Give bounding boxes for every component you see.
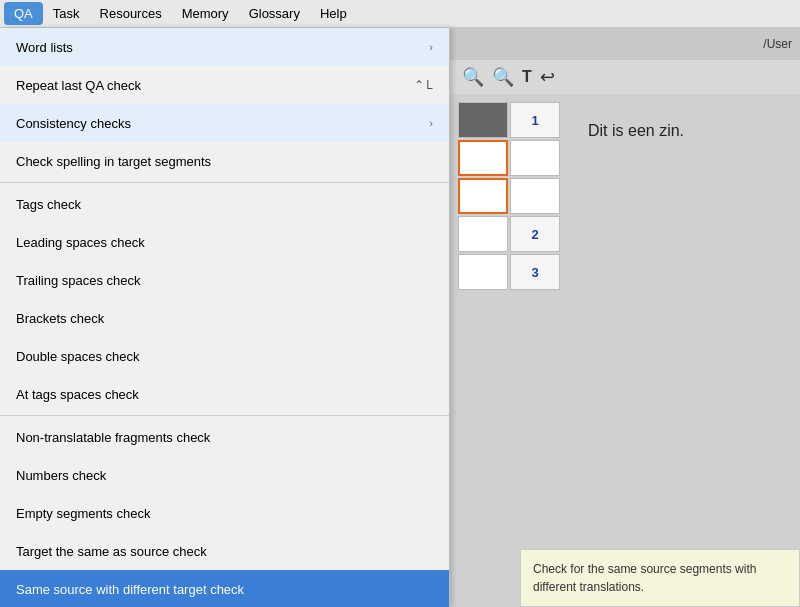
main-area: Word lists › Repeat last QA check ⌃ L Co… xyxy=(0,28,800,607)
dropdown-menu: Word lists › Repeat last QA check ⌃ L Co… xyxy=(0,28,450,607)
spelling-label: Check spelling in target segments xyxy=(16,154,211,169)
menu-item-consistency[interactable]: Consistency checks › xyxy=(0,104,449,142)
font-size-icon[interactable]: T xyxy=(522,68,532,86)
menu-item-target-same-source[interactable]: Target the same as source check xyxy=(0,532,449,570)
table-row-3 xyxy=(458,178,560,214)
target-same-source-label: Target the same as source check xyxy=(16,544,207,559)
menu-bar: QA Task Resources Memory Glossary Help xyxy=(0,0,800,28)
menu-item-glossary[interactable]: Glossary xyxy=(239,2,310,25)
menu-item-leading-spaces[interactable]: Leading spaces check xyxy=(0,223,449,261)
menu-item-repeat-qa[interactable]: Repeat last QA check ⌃ L xyxy=(0,66,449,104)
menu-item-brackets[interactable]: Brackets check xyxy=(0,299,449,337)
same-source-diff-target-label: Same source with different target check xyxy=(16,582,244,597)
at-tags-label: At tags spaces check xyxy=(16,387,139,402)
double-spaces-label: Double spaces check xyxy=(16,349,140,364)
arrow-right-icon-2: › xyxy=(429,117,433,129)
menu-item-spelling[interactable]: Check spelling in target segments xyxy=(0,142,449,180)
zoom-in-icon[interactable]: 🔍 xyxy=(462,66,484,88)
zoom-out-icon[interactable]: 🔍 xyxy=(492,66,514,88)
menu-item-at-tags[interactable]: At tags spaces check xyxy=(0,375,449,413)
tags-label: Tags check xyxy=(16,197,81,212)
cell-number-2: 2 xyxy=(510,216,560,252)
repeat-qa-label: Repeat last QA check xyxy=(16,78,141,93)
menu-item-resources[interactable]: Resources xyxy=(90,2,172,25)
empty-segments-label: Empty segments check xyxy=(16,506,150,521)
divider-2 xyxy=(0,415,449,416)
menu-item-numbers[interactable]: Numbers check xyxy=(0,456,449,494)
menu-item-word-lists[interactable]: Word lists › xyxy=(0,28,449,66)
table-row-4: 2 xyxy=(458,216,560,252)
tooltip-box: Check for the same source segments with … xyxy=(520,549,800,607)
toolbar-row: 🔍 🔍 T ↩ xyxy=(450,60,800,94)
menu-item-tags[interactable]: Tags check xyxy=(0,185,449,223)
content-area: 1 2 3 xyxy=(450,94,800,607)
menu-item-help[interactable]: Help xyxy=(310,2,357,25)
trailing-spaces-label: Trailing spaces check xyxy=(16,273,141,288)
brackets-label: Brackets check xyxy=(16,311,104,326)
non-translatable-label: Non-translatable fragments check xyxy=(16,430,210,445)
word-lists-label: Word lists xyxy=(16,40,73,55)
cell-number-1: 1 xyxy=(510,102,560,138)
divider-1 xyxy=(0,182,449,183)
cell-orange-1 xyxy=(458,140,508,176)
menu-item-qa[interactable]: QA xyxy=(4,2,43,25)
cell-plain-1 xyxy=(510,140,560,176)
preview-section: Dit is een zin. xyxy=(568,102,792,599)
table-row-1: 1 xyxy=(458,102,560,138)
shortcut-label: ⌃ L xyxy=(414,78,433,92)
leading-spaces-label: Leading spaces check xyxy=(16,235,145,250)
consistency-label: Consistency checks xyxy=(16,116,131,131)
numbers-label: Numbers check xyxy=(16,468,106,483)
cell-number-3: 3 xyxy=(510,254,560,290)
menu-item-trailing-spaces[interactable]: Trailing spaces check xyxy=(0,261,449,299)
menu-item-task[interactable]: Task xyxy=(43,2,90,25)
undo-icon[interactable]: ↩ xyxy=(540,66,555,88)
arrow-right-icon: › xyxy=(429,41,433,53)
menu-item-empty-segments[interactable]: Empty segments check xyxy=(0,494,449,532)
menu-item-same-source-diff-target[interactable]: Same source with different target check xyxy=(0,570,449,607)
user-path: /User xyxy=(763,37,792,51)
tooltip-text: Check for the same source segments with … xyxy=(533,562,756,594)
table-row-5: 3 xyxy=(458,254,560,290)
menu-item-memory[interactable]: Memory xyxy=(172,2,239,25)
cell-dark xyxy=(458,102,508,138)
cell-plain-2 xyxy=(510,178,560,214)
cell-empty-2 xyxy=(458,254,508,290)
cell-empty-1 xyxy=(458,216,508,252)
preview-text: Dit is een zin. xyxy=(576,110,784,152)
right-top-bar: /User xyxy=(450,28,800,60)
menu-item-double-spaces[interactable]: Double spaces check xyxy=(0,337,449,375)
right-panel: /User 🔍 🔍 T ↩ 1 xyxy=(450,28,800,607)
table-row-2 xyxy=(458,140,560,176)
table-section: 1 2 3 xyxy=(458,102,560,599)
menu-item-non-translatable[interactable]: Non-translatable fragments check xyxy=(0,418,449,456)
cell-orange-2 xyxy=(458,178,508,214)
